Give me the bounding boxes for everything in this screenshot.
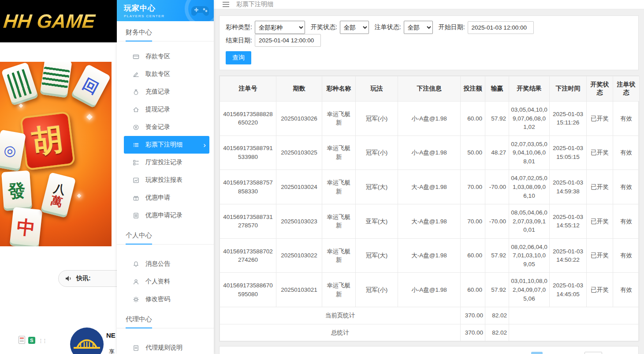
end-date-input[interactable] <box>255 34 321 47</box>
cell-order-no: 401569173588702274260 <box>220 238 276 273</box>
lottery-type-label: 彩种类型: <box>226 23 252 31</box>
cell-play: 亚军(大) <box>356 204 398 239</box>
sidebar-item-withdraw[interactable]: 取款专区 <box>124 65 209 83</box>
draw-status-label: 开奖状态: <box>311 23 337 31</box>
bamboo-pattern <box>42 66 70 89</box>
sidebar-item-deposit[interactable]: 存款专区 <box>124 48 209 65</box>
sidebar-item-label: 修改密码 <box>145 295 170 303</box>
report-chart-icon <box>133 177 139 184</box>
cell-bet-amount: 70.00 <box>461 170 485 204</box>
table-row: 401569173588757858330 20250103024 幸运飞艇新 … <box>220 170 640 204</box>
sidebar-item-label: 彩票下注明细 <box>145 141 182 149</box>
cell-play: 冠军(小) <box>356 136 398 170</box>
fa-character: 發 <box>7 181 26 200</box>
bamboo-pattern <box>7 68 33 99</box>
bet-details-table-card: 注单号 期数 彩种名称 玩法 下注信息 投注额 输赢 开奖结果 下注时间 开奖状… <box>219 75 639 342</box>
pager: 共6条 首页 上一页 1 下一页 第 页 跳转 <box>467 352 632 354</box>
table-row: 401569173588702274260 20250103022 幸运飞艇新 … <box>220 238 640 273</box>
current-page-indicator[interactable]: 1 <box>531 352 543 354</box>
cell-bet-time: 2025-01-03 15:05:15 <box>550 136 587 170</box>
col-winloss: 输赢 <box>485 76 509 102</box>
sidebar-item-change-password[interactable]: 修改密码 <box>124 290 209 308</box>
more-dots-icon[interactable]: ⋮⋮ <box>38 338 46 344</box>
draw-status-select[interactable]: 全部 <box>340 21 369 34</box>
col-order-no: 注单号 <box>220 76 276 102</box>
pagination-bar: 每页显示20条 共6条 首页 上一页 1 下一页 第 页 跳转 <box>219 346 639 354</box>
search-button[interactable]: 查询 <box>226 51 251 64</box>
list-icon <box>133 142 139 148</box>
table-row: 401569173588791533980 20250103025 幸运飞艇新 … <box>220 136 640 170</box>
col-order-status: 注单状态 <box>613 76 640 102</box>
cell-order-no: 401569173588828650220 <box>220 102 276 136</box>
sidebar-item-agent-rules[interactable]: 代理规则说明 <box>124 339 209 354</box>
doc-icon[interactable] <box>19 336 25 344</box>
section-finance-label: 财务中心 <box>126 28 152 41</box>
partner-text: NE <box>106 331 115 339</box>
sidebar-item-hall-bet-record[interactable]: 厅室投注记录 <box>124 154 209 171</box>
cell-bet-amount: 50.00 <box>461 136 485 170</box>
cell-bet-time: 2025-01-03 14:59:38 <box>550 170 587 204</box>
cell-bet-info: 大-A盘@1.98 <box>398 238 461 273</box>
cell-order-status: 有效 <box>613 204 640 239</box>
cell-lottery-name: 幸运飞艇新 <box>322 204 356 239</box>
sidebar-item-recharge-record[interactable]: 充值记录 <box>124 83 209 101</box>
hu-tile: 胡 <box>20 111 75 171</box>
summary-label: 当前页统计 <box>220 307 461 324</box>
summary-bet-total: 370.00 <box>461 307 485 324</box>
summary-winloss-total: 82.02 <box>485 307 509 324</box>
document-icon <box>133 345 139 351</box>
cell-period: 20250103025 <box>276 136 322 170</box>
order-status-select[interactable]: 全部 <box>404 21 433 34</box>
sidebar-item-label: 充值记录 <box>145 88 170 96</box>
start-date-input[interactable] <box>468 21 534 34</box>
bet-details-table: 注单号 期数 彩种名称 玩法 下注信息 投注额 输赢 开奖结果 下注时间 开奖状… <box>220 76 640 341</box>
wan-character: 萬 <box>50 194 64 208</box>
cell-order-no: 401569173588731278570 <box>220 204 276 239</box>
sidebar-item-withdraw-record[interactable]: 提现记录 <box>124 101 209 118</box>
sidebar-item-announcements[interactable]: 消息公告 <box>124 255 209 273</box>
start-date-label: 开始日期: <box>439 23 465 31</box>
mahjong-tile <box>1 62 39 105</box>
cell-bet-amount: 70.00 <box>461 204 485 239</box>
content-area: 彩种类型: 全部彩种 开奖状态: 全部 注单状态: 全部 开始日期: <box>214 9 644 354</box>
app-root: HH GAME 回 胡 ◎ 發 中 八 萬 快讯: <box>0 0 644 354</box>
hamburger-menu-icon[interactable] <box>221 0 231 9</box>
lottery-type-select[interactable]: 全部彩种 <box>255 21 305 34</box>
cell-order-no: 401569173588670595080 <box>220 273 276 307</box>
bell-icon <box>133 261 139 267</box>
cell-winloss: 57.92 <box>485 102 509 136</box>
sidebar-item-label: 玩家投注报表 <box>145 176 182 184</box>
cell-period: 20250103022 <box>276 238 322 273</box>
sparkle <box>86 114 93 120</box>
sidebar-item-funds-record[interactable]: 资金记录 <box>124 118 209 136</box>
mahjong-tile: 回 <box>71 64 111 109</box>
sidebar-item-profile[interactable]: 个人资料 <box>124 273 209 290</box>
summary-empty <box>509 307 640 324</box>
mahjong-tile: ◎ <box>0 130 26 172</box>
sidebar-item-promo-apply-record[interactable]: 优惠申请记录 <box>124 207 209 224</box>
cell-draw-status: 已开奖 <box>587 136 613 170</box>
news-ticker: 快讯: <box>58 270 117 287</box>
cell-play: 冠军(小) <box>356 102 398 136</box>
sidebar-item-label: 取款专区 <box>145 70 170 78</box>
site-logo-band: HH GAME <box>0 0 117 42</box>
filter-panel: 彩种类型: 全部彩种 开奖状态: 全部 注单状态: 全部 开始日期: <box>219 15 639 70</box>
sidebar-item-player-bet-report[interactable]: 玩家投注报表 <box>124 171 209 189</box>
sidebar-item-lottery-bet-details[interactable]: 彩票下注明细 › <box>124 136 209 154</box>
wps-s-icon[interactable]: S <box>28 337 35 344</box>
money-bag-icon <box>133 89 139 95</box>
section-personal-label: 个人中心 <box>126 231 152 245</box>
cell-draw-result: 08,05,04,06,02,07,03,09,10,01 <box>509 204 550 239</box>
end-date-label: 结束日期: <box>226 37 252 45</box>
zhong-tile: 中 <box>10 207 43 246</box>
team-logo <box>68 325 106 354</box>
cell-bet-time: 2025-01-03 14:50:22 <box>550 238 587 273</box>
sidebar-item-label: 个人资料 <box>145 278 170 286</box>
background-page: HH GAME 回 胡 ◎ 發 中 八 萬 快讯: <box>0 0 117 354</box>
cell-order-status: 有效 <box>613 170 640 204</box>
section-agent-center: 代理中心 <box>117 315 214 328</box>
sidebar-item-promo-apply[interactable]: 优惠申请 <box>124 189 209 207</box>
page-jump-input[interactable] <box>584 352 602 354</box>
cell-bet-info: 小-A盘@1.98 <box>398 102 461 136</box>
zhong-character: 中 <box>16 218 36 238</box>
